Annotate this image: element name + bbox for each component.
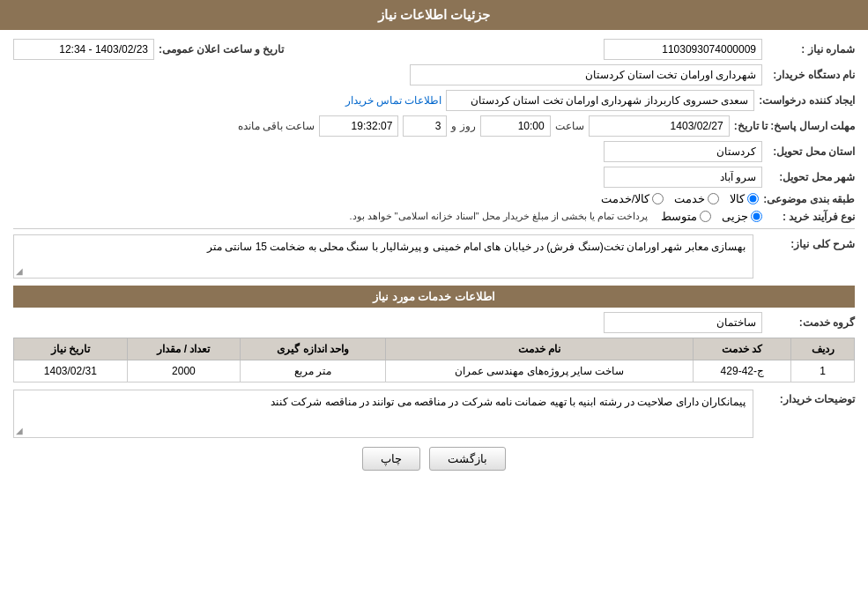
radio-kala-khedmat-label: کالا/خدمت (601, 192, 650, 205)
row-mohlat: مهلت ارسال پاسخ: تا تاریخ: ساعت روز و سا… (13, 115, 855, 137)
content-area: شماره نیاز : تاریخ و ساعت اعلان عمومی: ن… (0, 30, 868, 488)
row-ostan: استان محل تحویل: (13, 141, 855, 162)
col-tarikh: تاریخ نیاز (14, 338, 128, 360)
shomara-niaz-label: شماره نیاز : (767, 43, 855, 56)
radio-jozi: جزیی (722, 210, 762, 223)
sharh-text: بهسازی معابر شهر اورامان تخت(سنگ فرش) در… (207, 241, 746, 253)
mohlat-mande-label: ساعت باقی مانده (238, 120, 315, 132)
services-table: ردیف کد خدمت نام خدمت واحد اندازه گیری ت… (13, 338, 855, 382)
row-shahr: شهر محل تحویل: (13, 167, 855, 188)
tawsiyat-text: پیمانکاران دارای صلاحیت در رشته ابنیه با… (271, 396, 746, 408)
cell-tedad: 2000 (127, 360, 241, 382)
cell-tarikh: 1403/02/31 (14, 360, 128, 382)
nam-dastgah-label: نام دستگاه خریدار: (767, 69, 855, 81)
row-shomara: شماره نیاز : تاریخ و ساعت اعلان عمومی: (13, 39, 855, 60)
radio-kala-khedmat: کالا/خدمت (601, 192, 664, 205)
mohlat-mande-input[interactable] (319, 115, 398, 137)
radio-motawaset-label: متوسط (661, 210, 697, 223)
cell-kod: ج-42-429 (694, 360, 791, 382)
col-name: نام خدمت (385, 338, 693, 360)
tarighe-label: طبقه بندی موضوعی: (763, 193, 855, 205)
radio-motawaset: متوسط (661, 210, 711, 223)
row-tarighe: طبقه بندی موضوعی: کالا/خدمت خدمت کالا (13, 192, 855, 205)
row-gorohe-khedmat: گروه خدمت: (13, 312, 855, 333)
radio-khedmat: خدمت (674, 192, 719, 205)
col-vahed: واحد اندازه گیری (241, 338, 386, 360)
farayand-note: پرداخت تمام یا بخشی از مبلغ خریدار محل "… (349, 211, 648, 222)
sharh-label: شرح کلی نیاز: (758, 234, 855, 250)
tarikh-elaan-input[interactable] (13, 39, 154, 60)
back-button[interactable]: بازگشت (429, 447, 506, 471)
row-nam-dastgah: نام دستگاه خریدار: (13, 64, 855, 85)
nam-dastgah-input[interactable] (410, 64, 762, 85)
row-sharh: شرح کلی نیاز: بهسازی معابر شهر اورامان ت… (13, 234, 855, 279)
row-nooe-farayand: نوع فرآیند خرید : متوسط جزیی پرداخت تمام… (13, 210, 855, 223)
tarikh-elaan-label: تاریخ و ساعت اعلان عمومی: (159, 43, 284, 56)
radio-motawaset-input[interactable] (700, 211, 711, 222)
resize-handle-sharh[interactable]: ◢ (16, 266, 23, 276)
radio-kala-label: کالا (730, 192, 745, 205)
tarighe-radio-group: کالا/خدمت خدمت کالا (601, 192, 760, 205)
ijad-konande-label: ایجاد کننده درخواست: (759, 94, 855, 107)
radio-kala-khedmat-input[interactable] (652, 193, 664, 204)
print-button[interactable]: چاپ (362, 447, 420, 471)
table-row: 1ج-42-429ساخت سایر پروژه‌های مهندسی عمرا… (14, 360, 855, 382)
radio-khedmat-label: خدمت (674, 192, 705, 205)
page-wrapper: جزئیات اطلاعات نیاز شماره نیاز : تاریخ و… (0, 0, 868, 609)
sharh-box: بهسازی معابر شهر اورامان تخت(سنگ فرش) در… (13, 234, 753, 279)
cell-vahed: متر مربع (241, 360, 386, 382)
cell-radif: 1 (791, 360, 855, 382)
mohlat-rooz-input[interactable] (403, 115, 447, 137)
ijad-konande-input[interactable] (446, 90, 754, 111)
radio-kala-input[interactable] (747, 193, 759, 204)
khadamat-section-title: اطلاعات خدمات مورد نیاز (13, 286, 855, 308)
col-tedad: تعداد / مقدار (127, 338, 241, 360)
mohlat-saat-input[interactable] (480, 115, 551, 137)
mohlat-rooz-label: روز و (451, 120, 475, 132)
page-title: جزئیات اطلاعات نیاز (0, 0, 868, 30)
ostan-label: استان محل تحویل: (767, 145, 855, 158)
shahr-label: شهر محل تحویل: (767, 171, 855, 183)
farayand-radio-group: متوسط جزیی (661, 210, 762, 223)
ostan-input[interactable] (604, 141, 762, 162)
radio-khedmat-input[interactable] (708, 193, 719, 204)
col-radif: ردیف (791, 338, 855, 360)
col-kod: کد خدمت (694, 338, 791, 360)
tawsiyat-box: پیمانکاران دارای صلاحیت در رشته ابنیه با… (13, 390, 753, 438)
mohlat-label: مهلت ارسال پاسخ: تا تاریخ: (734, 120, 855, 132)
row-tawsiyat: توضیحات خریدار: پیمانکاران دارای صلاحیت … (13, 390, 855, 438)
cell-name: ساخت سایر پروژه‌های مهندسی عمران (385, 360, 693, 382)
shahr-input[interactable] (604, 167, 762, 188)
row-ijad: ایجاد کننده درخواست: اطلاعات تماس خریدار (13, 90, 855, 111)
divider1 (13, 228, 855, 229)
shomara-niaz-input[interactable] (604, 39, 762, 60)
nooe-farayand-label: نوع فرآیند خرید : (767, 211, 855, 223)
tawsiyat-label: توضیحات خریدار: (758, 390, 855, 405)
radio-kala: کالا (730, 192, 759, 205)
gorohe-khedmat-input[interactable] (604, 312, 762, 333)
resize-handle-tawsiyat[interactable]: ◢ (16, 426, 23, 435)
mohlat-saat-label: ساعت (555, 120, 584, 132)
radio-jozi-input[interactable] (751, 211, 762, 222)
button-row: بازگشت چاپ (13, 447, 855, 471)
ettelaat-link[interactable]: اطلاعات تماس خریدار (345, 94, 442, 107)
radio-jozi-label: جزیی (722, 210, 748, 223)
mohlat-date-input[interactable] (589, 115, 730, 137)
gorohe-khedmat-label: گروه خدمت: (767, 316, 855, 329)
